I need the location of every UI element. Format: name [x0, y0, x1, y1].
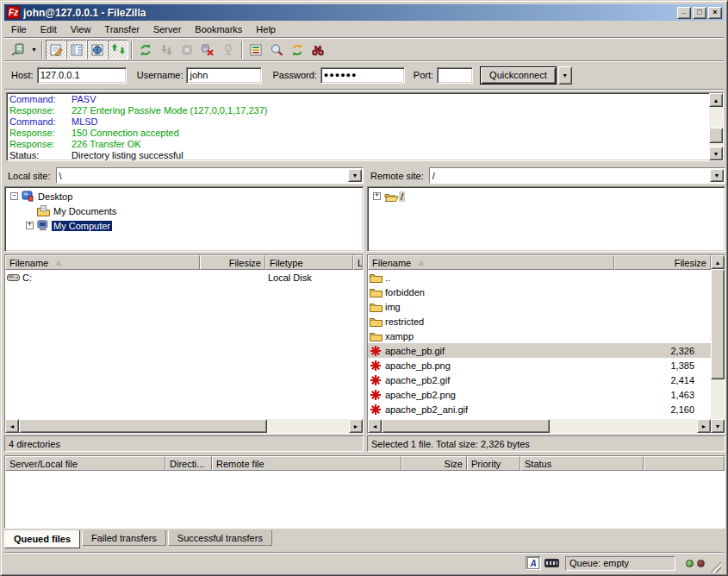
find-files-button[interactable]	[308, 40, 328, 59]
menu-file[interactable]: File	[4, 22, 34, 37]
menu-edit[interactable]: Edit	[34, 22, 64, 37]
column-status[interactable]: Status	[520, 456, 644, 471]
remote-file-row[interactable]: restricted	[368, 314, 711, 329]
column-direction[interactable]: Directi...	[165, 456, 212, 471]
remote-file-row[interactable]: apache_pb.png 1,385	[368, 358, 711, 373]
tree-item-root[interactable]: + /	[368, 189, 725, 203]
scroll-left-button[interactable]: ◄	[368, 419, 382, 433]
minimize-button[interactable]: _	[677, 7, 691, 19]
toolbar-separator	[131, 41, 133, 59]
scroll-up-button[interactable]: ▲	[709, 93, 723, 107]
tab-failed-transfers[interactable]: Failed transfers	[82, 530, 166, 546]
menu-bookmarks[interactable]: Bookmarks	[188, 22, 249, 37]
toolbar: ▼	[4, 39, 724, 60]
reconnect-button[interactable]	[218, 40, 239, 59]
local-site-label: Local site:	[4, 171, 56, 181]
toggle-queue-button[interactable]	[108, 40, 128, 59]
username-input[interactable]	[186, 67, 262, 84]
refresh-button[interactable]	[135, 40, 156, 59]
column-filename[interactable]: Filename	[5, 255, 200, 270]
local-file-rows[interactable]: C: Local Disk	[5, 270, 363, 419]
scroll-right-button[interactable]: ►	[697, 419, 711, 433]
remote-file-row[interactable]: apache_pb2_ani.gif 2,160	[368, 402, 711, 416]
toggle-remote-tree-button[interactable]	[87, 40, 108, 59]
toggle-local-tree-button[interactable]	[66, 40, 87, 59]
menu-server[interactable]: Server	[146, 22, 188, 37]
folder-icon	[368, 331, 383, 341]
site-manager-button[interactable]	[7, 40, 28, 59]
cancel-operation-button[interactable]	[177, 40, 197, 59]
log-text: 227 Entering Passive Mode (127,0,0,1,17,…	[72, 105, 267, 116]
directory-comparison-button[interactable]	[266, 40, 287, 59]
port-input[interactable]	[437, 67, 473, 84]
host-input[interactable]	[37, 67, 127, 84]
combo-dropdown-button[interactable]: ▼	[710, 169, 724, 182]
process-queue-button[interactable]	[156, 40, 177, 59]
tree-item-desktop[interactable]: - Desktop	[5, 189, 363, 203]
log-scrollbar[interactable]: ▲ ▼	[709, 93, 723, 160]
column-size[interactable]: Size	[401, 456, 467, 471]
synchronized-browsing-button[interactable]	[287, 40, 308, 59]
local-site-combo[interactable]: \ ▼	[56, 167, 364, 184]
tab-queued-files[interactable]: Queued files	[4, 530, 80, 548]
menu-transfer[interactable]: Transfer	[97, 22, 146, 37]
expand-icon[interactable]: +	[373, 192, 381, 200]
remote-file-row[interactable]: forbidden	[368, 285, 711, 299]
local-status-bar: 4 directories	[4, 435, 364, 452]
remote-file-row[interactable]: xampp	[368, 329, 711, 343]
remote-vertical-scrollbar[interactable]: ▲ ▼	[711, 255, 725, 433]
disconnect-button[interactable]	[197, 40, 218, 59]
remote-file-row[interactable]: apache_pb2.png 1,463	[368, 387, 711, 402]
maximize-button[interactable]: □	[693, 7, 706, 19]
site-manager-dropdown[interactable]: ▼	[28, 40, 39, 59]
close-button[interactable]: ×	[708, 7, 722, 19]
column-filename[interactable]: Filename	[368, 255, 614, 270]
remote-file-rows[interactable]: .. forbidden img res	[368, 270, 711, 419]
remote-file-row[interactable]: apache_pb2.gif 2,414	[368, 373, 711, 387]
column-remote-file[interactable]: Remote file	[212, 456, 401, 471]
scroll-left-button[interactable]: ◄	[5, 419, 19, 433]
remote-file-row[interactable]: ..	[368, 270, 711, 285]
scrollbar-thumb[interactable]	[709, 128, 723, 143]
remote-horizontal-scrollbar[interactable]: ◄ ►	[368, 419, 711, 433]
menu-help[interactable]: Help	[249, 22, 283, 37]
local-file-row[interactable]: C: Local Disk	[5, 270, 363, 285]
scrollbar-thumb[interactable]	[19, 419, 267, 433]
resize-grip[interactable]	[710, 561, 721, 573]
remote-file-row[interactable]: img	[368, 299, 711, 314]
collapse-icon[interactable]: -	[10, 192, 18, 200]
tree-item-my-documents[interactable]: My Documents	[5, 203, 363, 218]
scroll-up-button[interactable]: ▲	[711, 255, 725, 269]
remote-site-combo[interactable]: / ▼	[429, 167, 725, 184]
column-priority[interactable]: Priority	[467, 456, 520, 471]
scroll-right-button[interactable]: ►	[349, 419, 363, 433]
scroll-down-button[interactable]: ▼	[709, 147, 723, 160]
scroll-down-button[interactable]: ▼	[711, 419, 725, 433]
column-filetype[interactable]: Filetype	[265, 255, 353, 270]
scrollbar-thumb[interactable]	[711, 269, 725, 379]
quickconnect-button[interactable]: Quickconnect	[480, 66, 557, 85]
filename-filters-button[interactable]	[246, 40, 266, 59]
column-last-modified[interactable]: L	[353, 255, 363, 270]
file-name: img	[383, 302, 614, 312]
queue-rows[interactable]	[5, 471, 725, 528]
tree-item-my-computer[interactable]: + My Computer	[5, 218, 363, 233]
password-input[interactable]	[320, 67, 405, 84]
filezilla-logo-icon[interactable]: Fz	[7, 6, 20, 19]
scrollbar-thumb[interactable]	[382, 419, 550, 433]
local-site-row: Local site: \ ▼	[4, 166, 364, 185]
tab-successful-transfers[interactable]: Successful transfers	[168, 530, 272, 546]
image-file-icon	[368, 389, 383, 401]
column-server-local-file[interactable]: Server/Local file	[5, 456, 165, 471]
remote-file-row-selected[interactable]: apache_pb.gif 2,326	[368, 343, 711, 358]
expand-icon[interactable]: +	[26, 222, 34, 229]
menu-view[interactable]: View	[64, 22, 98, 37]
title-bar[interactable]: Fz john@127.0.0.1 - FileZilla _ □ ×	[4, 4, 724, 21]
local-horizontal-scrollbar[interactable]: ◄ ►	[5, 419, 363, 433]
column-filesize[interactable]: Filesize	[614, 255, 711, 270]
separator	[4, 89, 724, 91]
column-filesize[interactable]: Filesize	[200, 255, 265, 270]
toggle-message-log-button[interactable]	[46, 40, 66, 59]
quickconnect-dropdown[interactable]: ▼	[558, 66, 572, 85]
combo-dropdown-button[interactable]: ▼	[348, 169, 362, 182]
